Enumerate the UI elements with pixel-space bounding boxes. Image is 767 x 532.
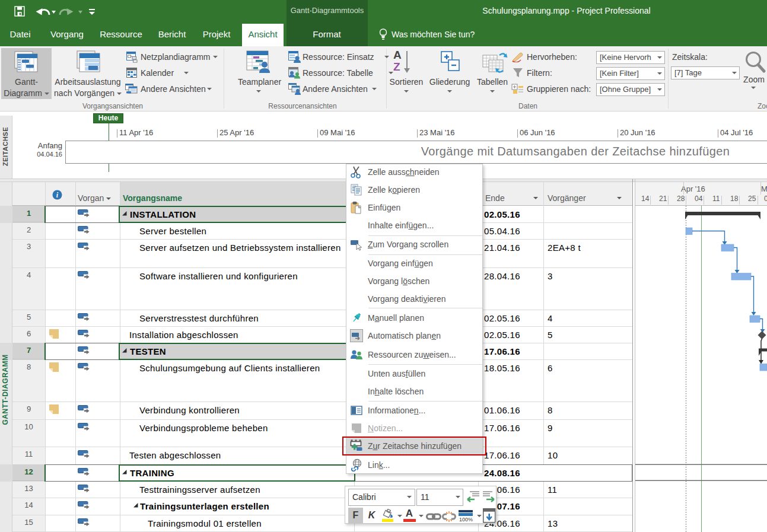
- svg-text:100%: 100%: [459, 517, 473, 523]
